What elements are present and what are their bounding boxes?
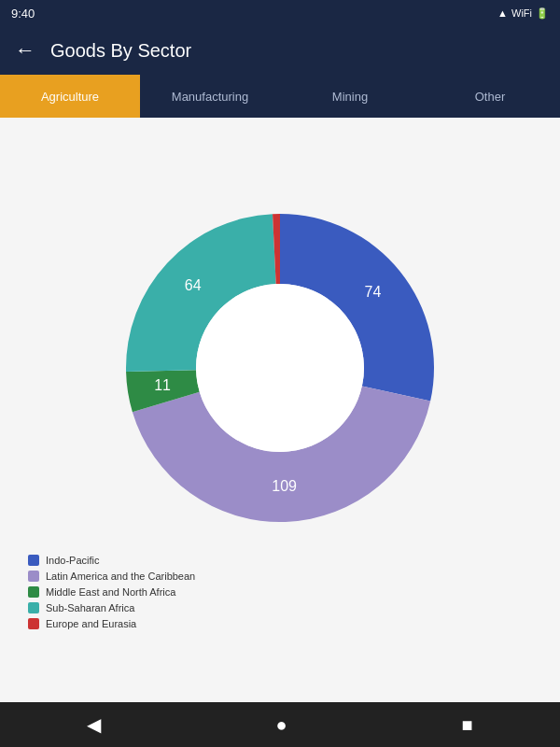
tab-mining[interactable]: Mining [280, 75, 420, 118]
tab-other[interactable]: Other [420, 75, 560, 118]
legend-color-me [28, 586, 39, 598]
status-bar: 9:40 ▲ WiFi 🔋 [0, 0, 560, 26]
svg-text:109: 109 [272, 478, 297, 494]
legend-color-ssa [28, 602, 39, 613]
wifi-icon: WiFi [511, 7, 532, 19]
legend-color-europe [28, 618, 39, 629]
legend-item-ssa: Sub-Saharan Africa [28, 602, 195, 613]
app-header: ← Goods By Sector [0, 26, 560, 75]
donut-chart: 741091164 [103, 190, 457, 545]
status-time: 9:40 [11, 7, 35, 21]
signal-icon: ▲ [497, 7, 508, 19]
legend-item-europe: Europe and Eurasia [28, 618, 195, 629]
svg-text:74: 74 [365, 284, 382, 300]
main-content: 741091164 Indo-Pacific Latin America and… [0, 118, 560, 702]
page-title: Goods By Sector [50, 40, 191, 62]
tab-agriculture[interactable]: Agriculture [0, 75, 140, 118]
tab-manufacturing[interactable]: Manufacturing [140, 75, 280, 118]
donut-svg: 741091164 [103, 190, 457, 545]
legend-label-indo-pacific: Indo-Pacific [46, 555, 99, 566]
chart-container: 741091164 Indo-Pacific Latin America and… [0, 118, 560, 702]
legend-label-ssa: Sub-Saharan Africa [46, 602, 134, 613]
legend-label-europe: Europe and Eurasia [46, 618, 136, 629]
legend-item-me: Middle East and North Africa [28, 586, 195, 598]
status-bar-left: 9:40 [11, 7, 35, 21]
status-bar-right: ▲ WiFi 🔋 [497, 7, 549, 20]
legend-item-latam: Latin America and the Caribbean [28, 571, 195, 582]
nav-home-button[interactable]: ● [257, 707, 305, 743]
nav-recent-button[interactable]: ■ [442, 707, 491, 743]
legend-label-me: Middle East and North Africa [46, 586, 175, 598]
legend-color-indo-pacific [28, 555, 39, 566]
bottom-nav: ◀ ● ■ [0, 702, 560, 747]
chart-legend: Indo-Pacific Latin America and the Carib… [0, 555, 195, 639]
tab-bar: Agriculture Manufacturing Mining Other [0, 75, 560, 118]
svg-point-0 [196, 284, 364, 452]
svg-text:64: 64 [185, 277, 202, 293]
back-button[interactable]: ← [15, 40, 35, 61]
nav-back-button[interactable]: ◀ [68, 706, 119, 743]
svg-text:11: 11 [154, 377, 171, 393]
legend-label-latam: Latin America and the Caribbean [46, 571, 195, 582]
legend-item-indo-pacific: Indo-Pacific [28, 555, 195, 566]
legend-color-latam [28, 571, 39, 582]
battery-icon: 🔋 [536, 7, 549, 20]
